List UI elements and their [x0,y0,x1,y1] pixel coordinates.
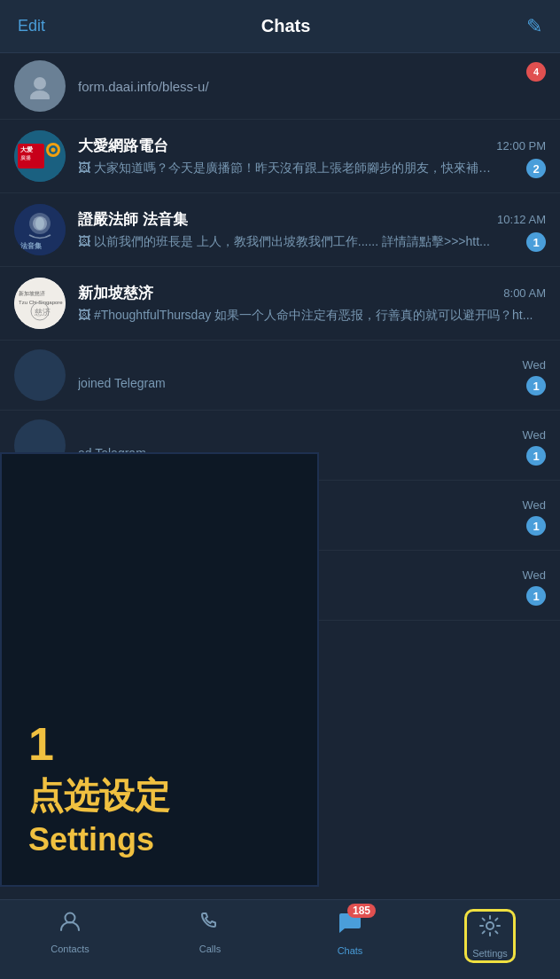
svg-text:法音集: 法音集 [20,241,43,250]
unread-badge: 1 [526,376,546,396]
chat-time: Wed [523,498,547,512]
tab-calls[interactable]: Calls [140,909,280,954]
chat-content: 新加坡慈济 8:00 AM 🖼 #ThoughtfulThursday 如果一个… [78,283,546,325]
overlay-text-en: Settings [28,820,291,858]
list-item[interactable]: 法音集 證嚴法師 法音集 10:12 AM 🖼 以前我們的班長是 上人，教我們出… [0,193,560,267]
header: Edit Chats ✎ [0,0,560,53]
chat-preview: 🖼 大家知道嗎？今天是廣播節！昨天沒有跟上張老師腳步的朋友，快來補… [78,160,546,177]
unread-badge: 1 [526,586,546,606]
tab-settings[interactable]: Settings [420,909,560,963]
chat-content: 大愛網路電台 12:00 PM 🖼 大家知道嗎？今天是廣播節！昨天沒有跟上張老師… [78,136,546,177]
chat-time: Wed [523,428,547,442]
svg-text:廣播: 廣播 [20,154,31,161]
chats-unread-badge: 185 [347,904,376,918]
contacts-icon [58,909,82,940]
compose-button[interactable]: ✎ [526,15,542,38]
chat-time: Wed [523,568,547,582]
chat-time: 8:00 AM [503,286,546,300]
page-title: Chats [261,16,311,36]
overlay-instruction: 1 点选设定 Settings [0,452,319,887]
list-item[interactable]: 大愛 廣播 大愛網路電台 12:00 PM 🖼 大家知道嗎？今天是廣播節！昨天沒… [0,120,560,193]
avatar: 法音集 [14,204,66,255]
settings-icon [478,913,502,944]
svg-point-9 [51,148,56,153]
svg-point-1 [30,90,50,99]
svg-point-13 [35,217,44,230]
svg-point-20 [66,913,75,923]
calls-icon [198,909,222,940]
tab-contacts[interactable]: Contacts [0,909,140,954]
unread-badge: 1 [526,232,546,252]
chat-name: 新加坡慈济 [78,283,153,303]
chat-time: 10:12 AM [497,213,546,226]
avatar: 新加坡慈济 Tzu Chi Singapore 慈济 [14,278,66,329]
svg-point-21 [486,922,494,929]
avatar [14,349,66,401]
chat-time: Wed [523,358,547,372]
svg-text:大愛: 大愛 [19,145,34,153]
list-item[interactable]: form.daai.info/bless-u/ 4 [0,53,560,120]
tab-contacts-label: Contacts [51,944,89,954]
unread-badge: 1 [526,446,546,466]
list-item[interactable]: 新加坡慈济 Tzu Chi Singapore 慈济 新加坡慈济 8:00 AM… [0,267,560,341]
chat-content: 證嚴法師 法音集 10:12 AM 🖼 以前我們的班長是 上人，教我們出坡教我們… [78,209,546,251]
tab-chats[interactable]: 185 Chats [280,909,420,956]
chat-time: 12:00 PM [496,139,546,153]
chat-name: 大愛網路電台 [78,136,168,156]
chat-preview: 🖼 以前我們的班長是 上人，教我們出坡教我們工作...... 詳情請點擊>>>h… [78,233,546,251]
unread-badge: 4 [526,62,546,82]
tab-calls-label: Calls [199,944,221,954]
list-item[interactable]: Wed joined Telegram 1 [0,341,560,411]
overlay-number: 1 [28,721,291,767]
chat-content: Wed joined Telegram [78,358,546,393]
tab-chats-label: Chats [338,945,363,956]
tab-settings-label: Settings [472,948,508,959]
avatar: 大愛 廣播 [14,130,66,182]
svg-text:新加坡慈济: 新加坡慈济 [19,290,45,296]
svg-point-0 [34,77,46,90]
chat-content: form.daai.info/bless-u/ [78,77,546,96]
unread-badge: 1 [526,516,546,536]
chat-preview: 🖼 #ThoughtfulThursday 如果一个人命中注定有恶报，行善真的就… [78,307,546,325]
svg-text:慈济: 慈济 [34,308,51,317]
avatar [14,60,66,112]
edit-button[interactable]: Edit [18,17,45,35]
overlay-text-zh: 点选设定 [28,774,291,817]
chat-preview: joined Telegram [78,375,546,393]
chat-name: 證嚴法師 法音集 [78,209,188,230]
tab-bar: Contacts Calls 185 Chats [0,899,560,979]
unread-badge: 2 [526,159,546,178]
